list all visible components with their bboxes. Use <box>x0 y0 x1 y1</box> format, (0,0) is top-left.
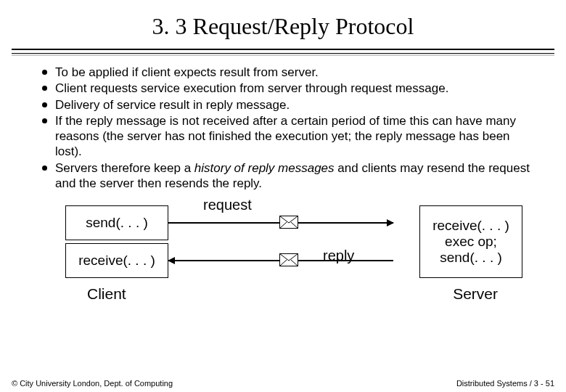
footer-right: Distributed Systems / 3 - 51 <box>456 379 554 388</box>
text-emphasis: history of reply messages <box>194 161 335 175</box>
footer: © City University London, Dept. of Compu… <box>12 379 554 388</box>
slide-title: 3. 3 Request/Reply Protocol <box>0 13 566 40</box>
text: Servers therefore keep a <box>55 161 194 175</box>
list-item: If the reply message is not received aft… <box>42 113 537 160</box>
footer-left: © City University London, Dept. of Compu… <box>12 379 173 388</box>
reply-label: reply <box>323 248 354 264</box>
box-text: send(. . . ) <box>86 215 148 231</box>
list-item: Delivery of service result in reply mess… <box>42 97 537 113</box>
request-label: request <box>203 197 252 213</box>
list-item: Client requests service execution from s… <box>42 81 537 96</box>
client-receive-box: receive(. . . ) <box>65 243 168 278</box>
list-item: Servers therefore keep a history of repl… <box>42 160 537 192</box>
envelope-icon <box>279 216 298 229</box>
client-send-box: send(. . . ) <box>65 205 168 240</box>
client-label: Client <box>87 285 126 303</box>
box-text: receive(. . . ) <box>78 253 155 269</box>
box-text: send(. . . ) <box>440 250 502 266</box>
bullet-list: To be applied if client expects result f… <box>42 65 537 191</box>
box-text: exec op; <box>445 234 497 250</box>
list-item: To be applied if client expects result f… <box>42 65 537 80</box>
divider <box>12 49 554 57</box>
box-text: receive(. . . ) <box>432 218 509 234</box>
protocol-diagram: send(. . . ) receive(. . . ) receive(. .… <box>65 198 522 314</box>
envelope-icon <box>279 253 298 266</box>
server-label: Server <box>453 285 498 303</box>
server-box: receive(. . . ) exec op; send(. . . ) <box>419 205 522 278</box>
